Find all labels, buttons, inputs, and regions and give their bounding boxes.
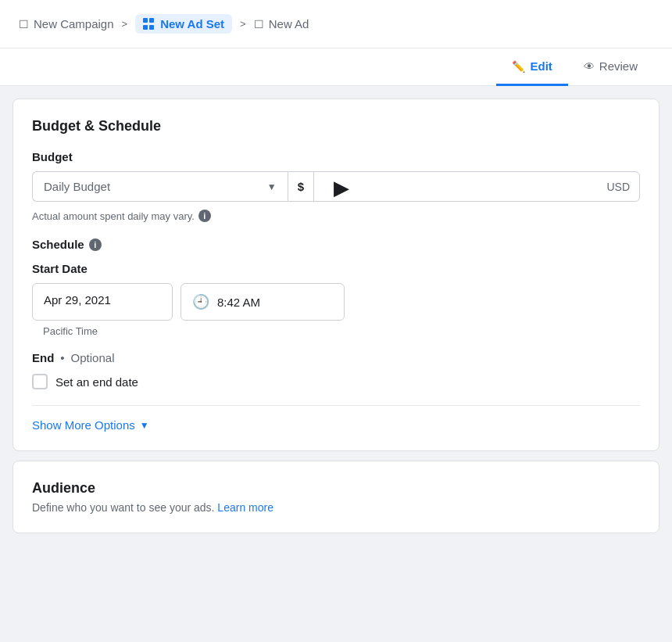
audience-learn-more-link[interactable]: Learn more	[217, 501, 273, 514]
schedule-label-row: Schedule i	[32, 238, 640, 251]
helper-text-content: Actual amount spent daily may vary.	[32, 210, 195, 222]
audience-desc-text: Define who you want to see your ads.	[32, 501, 214, 514]
budget-label: Budget	[32, 150, 640, 163]
dropdown-arrow-icon: ▼	[267, 181, 277, 192]
dollar-sign: $	[288, 172, 314, 201]
show-more-label: Show More Options	[32, 418, 135, 432]
budget-amount-input[interactable]	[314, 172, 597, 201]
timezone-text: Pacific Time	[43, 325, 640, 337]
show-more-arrow-icon: ▼	[140, 420, 149, 431]
tab-edit[interactable]: ✏️ Edit	[496, 48, 567, 86]
currency-label: USD	[597, 173, 639, 201]
optional-label: Optional	[71, 351, 115, 364]
divider	[32, 405, 640, 406]
end-checkbox-row: Set an end date	[32, 374, 640, 389]
budget-row: Daily Budget ▼ $ USD	[32, 171, 640, 202]
end-date-checkbox[interactable]	[32, 374, 48, 389]
breadcrumb-sep-2: >	[240, 18, 246, 30]
main-content: Budget & Schedule Budget Daily Budget ▼ …	[0, 86, 672, 546]
date-value: Apr 29, 2021	[44, 293, 111, 307]
schedule-label: Schedule	[32, 238, 84, 251]
audience-title: Audience	[32, 480, 640, 497]
end-label: End	[32, 351, 54, 364]
start-date-label: Start Date	[32, 262, 640, 275]
clock-icon: 🕘	[192, 293, 209, 310]
tab-bar: ✏️ Edit 👁 Review	[0, 48, 672, 86]
info-icon[interactable]: i	[198, 210, 211, 222]
tab-review-label: Review	[599, 59, 638, 73]
ad-label: New Ad	[269, 17, 309, 30]
schedule-info-icon[interactable]: i	[89, 239, 102, 251]
ad-set-label: New Ad Set	[160, 17, 224, 30]
review-icon: 👁	[584, 60, 595, 73]
tab-review[interactable]: 👁 Review	[568, 48, 653, 86]
breadcrumb-campaign[interactable]: ☐ New Campaign	[19, 17, 114, 30]
budget-type-dropdown[interactable]: Daily Budget ▼	[32, 171, 288, 202]
end-label-row: End • Optional	[32, 351, 640, 364]
budget-dropdown-value: Daily Budget	[44, 180, 110, 193]
start-date-input[interactable]: Apr 29, 2021	[32, 283, 173, 321]
ad-set-icon	[143, 18, 155, 30]
campaign-icon: ☐	[19, 18, 29, 30]
campaign-label: New Campaign	[34, 17, 114, 30]
show-more-button[interactable]: Show More Options ▼	[32, 418, 149, 432]
budget-amount-field: $ USD	[288, 171, 640, 202]
breadcrumb-sep-1: >	[122, 18, 128, 30]
datetime-row: Apr 29, 2021 🕘 8:42 AM	[32, 283, 640, 321]
breadcrumb-ad-set[interactable]: New Ad Set	[135, 14, 232, 34]
time-value: 8:42 AM	[217, 296, 260, 309]
tab-edit-label: Edit	[530, 59, 552, 73]
budget-schedule-card: Budget & Schedule Budget Daily Budget ▼ …	[13, 99, 659, 451]
card-title: Budget & Schedule	[32, 118, 640, 134]
audience-description: Define who you want to see your ads. Lea…	[32, 501, 640, 514]
optional-text: •	[60, 351, 64, 364]
helper-text: Actual amount spent daily may vary. i	[32, 210, 640, 222]
breadcrumb-bar: ☐ New Campaign > New Ad Set > ☐ New Ad	[0, 0, 672, 48]
audience-card: Audience Define who you want to see your…	[13, 461, 659, 533]
breadcrumb-ad[interactable]: ☐ New Ad	[254, 17, 309, 30]
start-time-input[interactable]: 🕘 8:42 AM	[181, 283, 345, 321]
edit-icon: ✏️	[512, 60, 525, 73]
ad-icon: ☐	[254, 18, 264, 30]
end-date-checkbox-label[interactable]: Set an end date	[55, 375, 138, 389]
